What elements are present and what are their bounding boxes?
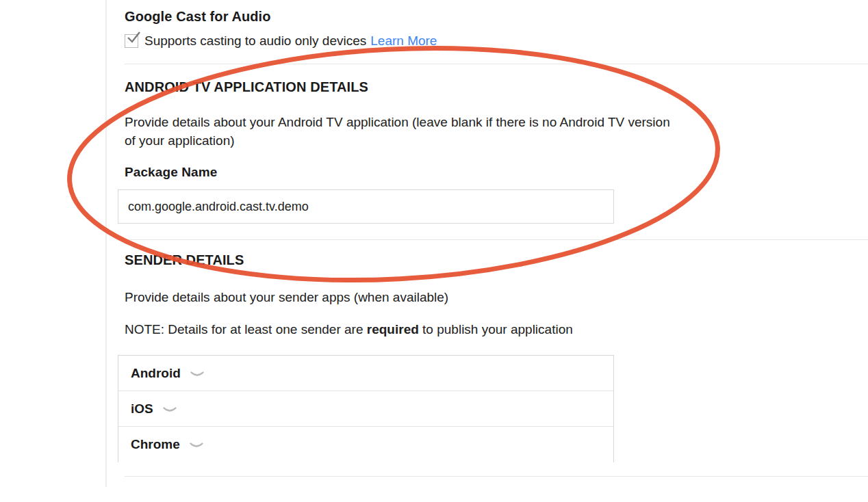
cast-console-app-details-page: Google Cast for Audio Supports casting t… bbox=[0, 0, 868, 502]
androidtv-description-line-1: Provide details about your Android TV ap… bbox=[125, 113, 670, 131]
audio-support-checkbox-label: Supports casting to audio only devices bbox=[144, 34, 366, 49]
sender-note-prefix: NOTE: Details for at least one sender ar… bbox=[125, 322, 367, 336]
sender-row-ios-label: iOS bbox=[131, 401, 153, 417]
learn-more-link[interactable]: Learn More bbox=[370, 34, 437, 49]
section-divider bbox=[125, 64, 868, 64]
chevron-down-icon bbox=[190, 371, 204, 378]
sender-note-required: required bbox=[367, 322, 419, 336]
sender-row-android-label: Android bbox=[131, 366, 181, 381]
sender-row-android[interactable]: Android bbox=[118, 356, 613, 391]
section-divider bbox=[125, 476, 868, 477]
sender-note: NOTE: Details for at least one sender ar… bbox=[125, 320, 573, 339]
sender-row-chrome[interactable]: Chrome bbox=[118, 427, 613, 462]
google-cast-for-audio-title: Google Cast for Audio bbox=[125, 9, 271, 25]
sender-note-suffix: to publish your application bbox=[419, 322, 573, 336]
check-icon bbox=[127, 31, 141, 44]
sender-row-chrome-label: Chrome bbox=[131, 437, 180, 452]
sender-row-ios[interactable]: iOS bbox=[118, 391, 613, 427]
sender-details-title: SENDER DETAILS bbox=[125, 252, 244, 268]
chevron-down-icon bbox=[190, 442, 203, 449]
content-left-border bbox=[105, 0, 107, 487]
chevron-down-icon bbox=[163, 407, 177, 414]
androidtv-description-line-2: of your application) bbox=[125, 131, 670, 150]
package-name-input[interactable] bbox=[118, 189, 614, 224]
sender-platform-list: Android iOS Chrome bbox=[118, 355, 614, 462]
section-divider bbox=[125, 239, 868, 240]
package-name-label: Package Name bbox=[125, 165, 217, 180]
sender-description: Provide details about your sender apps (… bbox=[125, 288, 448, 306]
audio-support-row: Supports casting to audio only devices L… bbox=[125, 34, 437, 49]
androidtv-description: Provide details about your Android TV ap… bbox=[125, 113, 670, 150]
androidtv-details-title: ANDROID TV APPLICATION DETAILS bbox=[125, 79, 368, 95]
audio-support-checkbox[interactable] bbox=[125, 34, 138, 48]
